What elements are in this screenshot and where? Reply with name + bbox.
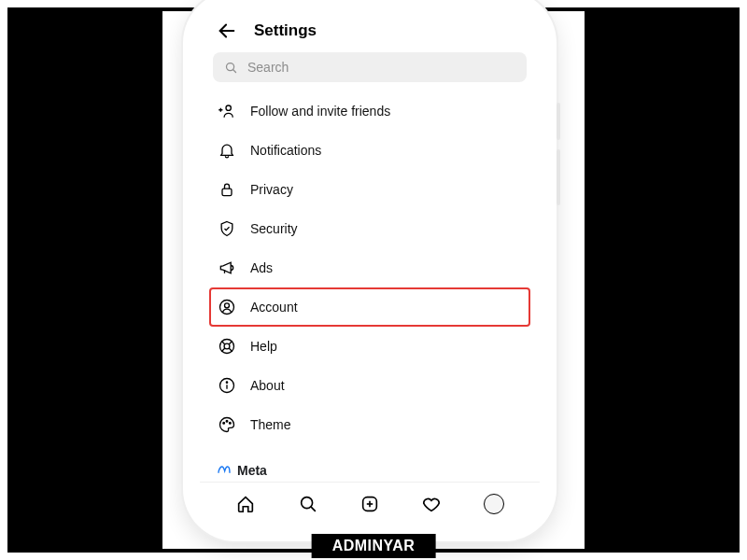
- meta-section: Meta Accounts Center Control settings fo…: [213, 463, 527, 482]
- svg-point-10: [224, 343, 230, 349]
- lock-icon: [217, 179, 237, 200]
- svg-point-3: [226, 105, 231, 110]
- svg-line-14: [221, 348, 225, 352]
- svg-rect-6: [222, 189, 232, 196]
- svg-line-11: [221, 341, 225, 344]
- theme-label: Theme: [250, 417, 291, 432]
- account-row[interactable]: Account: [209, 287, 530, 327]
- ads-label: Ads: [250, 260, 273, 275]
- svg-line-2: [233, 69, 236, 72]
- meta-brand-label: Meta: [237, 463, 267, 478]
- theme-row[interactable]: Theme: [209, 405, 530, 444]
- home-icon[interactable]: [234, 493, 257, 515]
- page-title: Settings: [254, 21, 317, 40]
- security-row[interactable]: Security: [209, 209, 530, 248]
- security-label: Security: [250, 221, 298, 236]
- svg-point-8: [225, 303, 230, 308]
- follow-invite-icon: [217, 101, 237, 121]
- privacy-row[interactable]: Privacy: [209, 170, 530, 209]
- help-row[interactable]: Help: [209, 327, 530, 366]
- profile-icon[interactable]: [483, 493, 505, 515]
- new-post-icon[interactable]: [359, 493, 381, 515]
- phone-screen: Settings Search Follow and invite friend…: [200, 7, 540, 525]
- svg-point-17: [226, 382, 227, 383]
- search-input[interactable]: Search: [213, 52, 527, 82]
- letterbox-right: [585, 11, 736, 549]
- help-label: Help: [250, 339, 277, 354]
- svg-point-7: [220, 301, 234, 315]
- search-placeholder: Search: [247, 60, 289, 75]
- notifications-row[interactable]: Notifications: [209, 131, 530, 170]
- notifications-label: Notifications: [250, 143, 321, 158]
- account-label: Account: [250, 300, 298, 315]
- about-row[interactable]: About: [209, 366, 530, 405]
- letterbox-left: [11, 11, 162, 549]
- svg-point-18: [223, 423, 225, 425]
- back-arrow-icon[interactable]: [217, 21, 237, 41]
- svg-point-21: [301, 497, 312, 508]
- settings-content: Settings Search Follow and invite friend…: [200, 7, 540, 482]
- about-label: About: [250, 378, 285, 393]
- ads-row[interactable]: Ads: [209, 248, 530, 287]
- account-icon: [217, 297, 237, 317]
- side-button-2: [557, 149, 560, 205]
- activity-heart-icon[interactable]: [420, 493, 443, 515]
- search-icon[interactable]: [297, 493, 319, 515]
- palette-icon: [217, 414, 237, 435]
- info-icon: [217, 375, 237, 396]
- svg-line-22: [311, 506, 316, 511]
- svg-point-20: [230, 423, 232, 425]
- bell-icon: [217, 140, 237, 161]
- side-button-1: [557, 103, 560, 140]
- bottom-navigation: [200, 482, 540, 525]
- svg-line-13: [229, 341, 233, 344]
- lifebuoy-icon: [217, 336, 237, 357]
- svg-line-12: [229, 348, 233, 352]
- watermark-label: ADMINYAR: [312, 534, 436, 558]
- svg-point-19: [226, 420, 228, 422]
- settings-list: Follow and invite friends Notifications …: [213, 91, 527, 444]
- privacy-label: Privacy: [250, 182, 293, 197]
- meta-logo: Meta: [217, 463, 523, 478]
- megaphone-icon: [217, 258, 237, 278]
- phone-frame: Settings Search Follow and invite friend…: [183, 0, 557, 541]
- shield-icon: [217, 218, 237, 239]
- follow-invite-row[interactable]: Follow and invite friends: [209, 91, 530, 131]
- follow-invite-label: Follow and invite friends: [250, 104, 390, 119]
- settings-header: Settings: [213, 13, 527, 52]
